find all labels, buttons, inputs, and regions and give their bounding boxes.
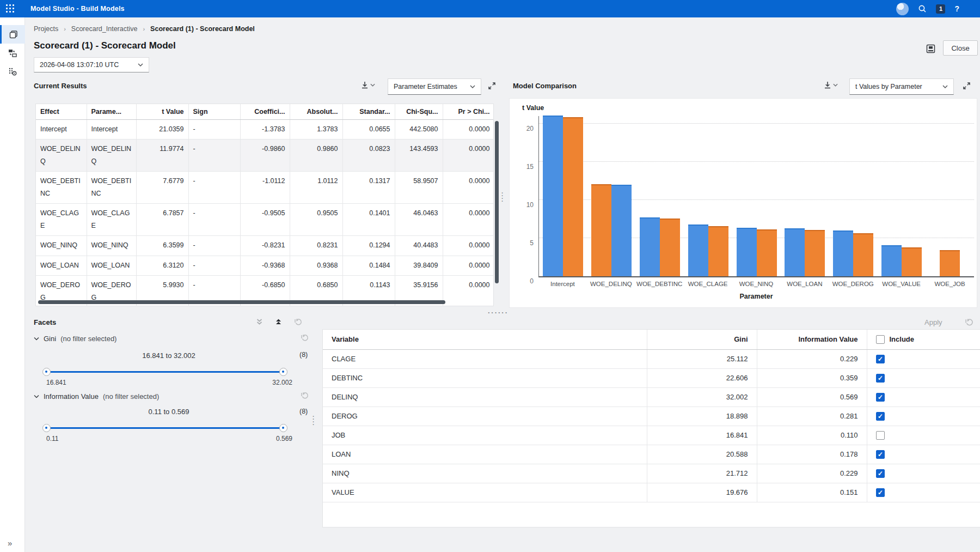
breadcrumb-projects[interactable]: Projects — [34, 25, 58, 33]
variable-row[interactable]: LOAN20.5880.178 — [323, 445, 980, 464]
results-view-dropdown[interactable]: Parameter Estimates — [388, 78, 481, 95]
column-header[interactable]: Sign — [188, 104, 240, 119]
include-checkbox[interactable] — [876, 450, 885, 459]
collapse-all-facets-icon[interactable] — [275, 318, 282, 325]
gini-slider-track[interactable] — [46, 371, 284, 373]
variable-row[interactable]: NINQ21.7120.229 — [323, 464, 980, 483]
bar-group — [539, 116, 587, 276]
include-checkbox[interactable] — [876, 431, 885, 440]
include-checkbox[interactable] — [876, 469, 885, 478]
table-cell: - — [188, 236, 240, 256]
iv-slider-min-handle[interactable] — [42, 424, 51, 432]
table-cell: -0.9860 — [240, 139, 290, 171]
reset-facets-icon[interactable] — [294, 318, 302, 326]
vertical-splitter-handle[interactable]: ···· — [501, 192, 504, 203]
table-row[interactable]: WOE_CLAGEWOE_CLAGE6.7857--0.95050.95050.… — [36, 204, 494, 236]
x-axis-title: Parameter — [538, 293, 974, 300]
variable-row[interactable]: VALUE19.6760.151 — [323, 483, 980, 502]
download-icon[interactable] — [823, 81, 838, 89]
table-cell: 6.3120 — [136, 256, 188, 275]
table-cell: 6.7857 — [136, 204, 188, 236]
include-checkbox[interactable] — [876, 355, 885, 363]
variable-name: DEBTINC — [323, 368, 647, 387]
blue-bar — [688, 225, 708, 276]
orange-bar — [660, 219, 680, 276]
information-value: 0.229 — [757, 464, 867, 483]
sidebar-item-data-settings[interactable] — [0, 62, 25, 81]
include-all-checkbox[interactable] — [876, 335, 885, 344]
column-header[interactable]: Effect — [36, 104, 87, 119]
expand-sidebar-icon[interactable]: » — [8, 538, 12, 548]
table-cell: - — [188, 256, 240, 275]
column-header[interactable]: Absolut... — [290, 104, 342, 119]
reset-gini-facet-icon[interactable] — [301, 333, 309, 342]
maximize-icon[interactable] — [963, 82, 971, 90]
gini-value: 25.112 — [647, 349, 757, 368]
maximize-icon[interactable] — [488, 82, 496, 90]
facet-iv-header[interactable]: Information Value (no filter selected) — [34, 392, 159, 401]
variable-row[interactable]: DELINQ32.0020.569 — [323, 387, 980, 407]
column-header[interactable]: Pr > Chi... — [443, 104, 494, 119]
expand-all-facets-icon[interactable] — [256, 318, 263, 325]
sidebar-item-pipelines[interactable] — [0, 25, 25, 44]
sidebar-item-compare[interactable] — [0, 44, 25, 62]
gini-slider-min-handle[interactable] — [42, 368, 51, 376]
variable-row[interactable]: DEBTINC22.6060.359 — [323, 368, 980, 387]
reset-variables-icon[interactable] — [965, 318, 973, 326]
snapshot-dropdown[interactable]: 2026-04-08 13:07:10 UTC — [34, 57, 149, 72]
facet-gini-label: Gini — [44, 335, 56, 343]
comparison-view-dropdown[interactable]: t Values by Parameter — [849, 78, 954, 95]
gini-slider-max-handle[interactable] — [279, 368, 287, 376]
column-header[interactable]: t Value — [136, 104, 188, 119]
breadcrumb-project[interactable]: Scorecard_Interactive — [71, 25, 138, 33]
user-avatar[interactable] — [896, 3, 909, 15]
table-cell: Intercept — [87, 119, 136, 139]
table-row[interactable]: WOE_NINQWOE_NINQ6.3599--0.82310.82310.12… — [36, 236, 494, 256]
column-header[interactable]: Chi-Squ... — [395, 104, 443, 119]
column-header[interactable]: Coeffici... — [240, 104, 290, 119]
include-checkbox[interactable] — [876, 374, 885, 383]
include-checkbox[interactable] — [876, 488, 885, 497]
results-horizontal-scrollbar[interactable] — [38, 300, 445, 304]
table-cell: 0.0000 — [443, 119, 494, 139]
table-row[interactable]: WOE_LOANWOE_LOAN6.3120--0.93680.93680.14… — [36, 256, 494, 275]
help-icon[interactable]: ? — [954, 4, 959, 13]
iv-slider-max-handle[interactable] — [279, 424, 287, 432]
table-row[interactable]: InterceptIntercept21.0359--1.37831.37830… — [36, 119, 494, 139]
chevron-down-icon — [34, 337, 39, 341]
apply-button[interactable]: Apply — [924, 318, 942, 326]
column-header[interactable]: Parame... — [87, 104, 136, 119]
table-cell: 0.0000 — [443, 204, 494, 236]
search-icon[interactable] — [918, 4, 927, 13]
variable-row[interactable]: CLAGE25.1120.229 — [323, 349, 980, 368]
table-cell: WOE_DELINQ — [36, 139, 87, 171]
variable-name: LOAN — [323, 445, 647, 464]
variable-name: DELINQ — [323, 387, 647, 407]
results-vertical-scrollbar[interactable] — [495, 121, 499, 283]
facet-gini-header[interactable]: Gini (no filter selected) — [34, 335, 117, 343]
download-icon[interactable] — [360, 81, 375, 89]
variable-row[interactable]: DEROG18.8980.281 — [323, 407, 980, 426]
horizontal-splitter-handle[interactable]: ······ — [488, 308, 509, 317]
variable-column-header[interactable]: Variable — [323, 330, 647, 349]
close-button[interactable]: Close — [943, 40, 978, 56]
include-checkbox[interactable] — [876, 412, 885, 421]
include-checkbox[interactable] — [876, 393, 885, 402]
table-cell: 0.8231 — [290, 236, 342, 256]
variable-row[interactable]: JOB16.8410.110 — [323, 426, 980, 445]
column-header[interactable]: Standar... — [342, 104, 395, 119]
iv-column-header[interactable]: Information Value — [757, 330, 867, 349]
orange-bar — [563, 117, 583, 276]
blue-bar — [611, 185, 632, 276]
notifications-badge[interactable]: 1 — [936, 4, 945, 14]
table-row[interactable]: WOE_DELINQWOE_DELINQ11.9774--0.98600.986… — [36, 139, 494, 171]
bottom-splitter-handle[interactable]: ···· — [313, 415, 315, 426]
gini-column-header[interactable]: Gini — [647, 330, 757, 349]
table-cell: 40.4483 — [395, 236, 443, 256]
reset-iv-facet-icon[interactable] — [301, 391, 309, 399]
app-launcher-icon[interactable] — [6, 4, 15, 13]
iv-slider-track[interactable] — [46, 427, 284, 429]
save-snapshot-icon[interactable] — [926, 44, 936, 54]
table-row[interactable]: WOE_DEBTINCWOE_DEBTINC7.6779--1.01121.01… — [36, 171, 494, 203]
blue-bar — [640, 217, 660, 276]
